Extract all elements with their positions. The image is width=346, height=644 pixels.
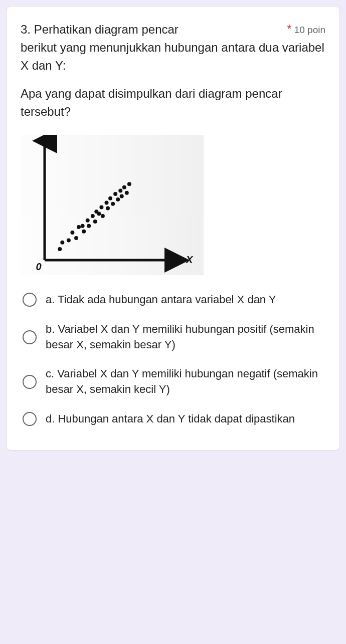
- options-group: a. Tidak ada hubungan antara variabel X …: [21, 285, 325, 434]
- radio-icon[interactable]: [23, 293, 37, 307]
- option-b[interactable]: b. Variabel X dan Y memiliki hubungan po…: [21, 315, 325, 360]
- svg-point-28: [127, 182, 131, 186]
- svg-point-16: [99, 205, 103, 209]
- question-subtext: Apa yang dapat disimpulkan dari diagram …: [21, 85, 325, 121]
- required-asterisk: *: [287, 23, 291, 36]
- svg-point-27: [125, 191, 129, 195]
- option-c[interactable]: c. Variabel X dan Y memiliki hubungan ne…: [21, 359, 325, 404]
- svg-point-24: [118, 188, 122, 192]
- svg-point-3: [60, 241, 64, 245]
- question-title: 3. Perhatikan diagram pencar: [21, 21, 279, 39]
- radio-icon[interactable]: [23, 412, 37, 426]
- scatter-points: [58, 182, 131, 251]
- option-d-label: d. Hubungan antara X dan Y tidak dapat d…: [46, 411, 295, 427]
- svg-point-15: [97, 212, 101, 216]
- svg-point-26: [122, 185, 126, 189]
- svg-point-12: [91, 214, 95, 218]
- svg-point-22: [113, 192, 117, 196]
- svg-point-11: [87, 224, 91, 228]
- svg-point-25: [120, 194, 124, 198]
- svg-point-19: [106, 206, 110, 210]
- title-line1: 3. Perhatikan diagram pencar: [21, 23, 179, 36]
- svg-point-23: [116, 197, 120, 201]
- svg-point-10: [86, 219, 90, 223]
- option-b-label: b. Variabel X dan Y memiliki hubungan po…: [46, 322, 325, 353]
- radio-icon[interactable]: [23, 375, 37, 389]
- radio-icon[interactable]: [23, 330, 37, 344]
- svg-point-13: [93, 220, 97, 224]
- svg-point-7: [77, 225, 81, 229]
- question-card: 3. Perhatikan diagram pencar * 10 poin b…: [6, 6, 340, 451]
- option-c-label: c. Variabel X dan Y memiliki hubungan ne…: [46, 366, 325, 397]
- svg-point-8: [81, 224, 85, 228]
- svg-point-6: [74, 236, 78, 240]
- svg-point-5: [70, 231, 74, 235]
- question-title-rest: berikut yang menunjukkan hubungan antara…: [21, 39, 325, 75]
- y-axis-label: Y: [41, 135, 49, 142]
- svg-point-21: [111, 202, 115, 206]
- scatter-svg: Y X 0: [21, 135, 204, 275]
- x-axis-label: X: [186, 254, 194, 265]
- svg-point-2: [58, 247, 62, 251]
- points-text: 10 poin: [294, 25, 325, 35]
- svg-point-17: [101, 214, 105, 218]
- svg-point-18: [105, 201, 109, 205]
- origin-label: 0: [36, 261, 41, 272]
- points-label: * 10 poin: [287, 21, 325, 36]
- option-a[interactable]: a. Tidak ada hubungan antara variabel X …: [21, 285, 325, 315]
- svg-point-4: [67, 238, 71, 242]
- svg-point-9: [82, 230, 86, 234]
- svg-point-20: [108, 196, 112, 200]
- option-a-label: a. Tidak ada hubungan antara variabel X …: [46, 292, 276, 308]
- option-d[interactable]: d. Hubungan antara X dan Y tidak dapat d…: [21, 404, 325, 434]
- scatter-diagram: Y X 0: [21, 135, 204, 275]
- question-header: 3. Perhatikan diagram pencar * 10 poin: [21, 21, 325, 39]
